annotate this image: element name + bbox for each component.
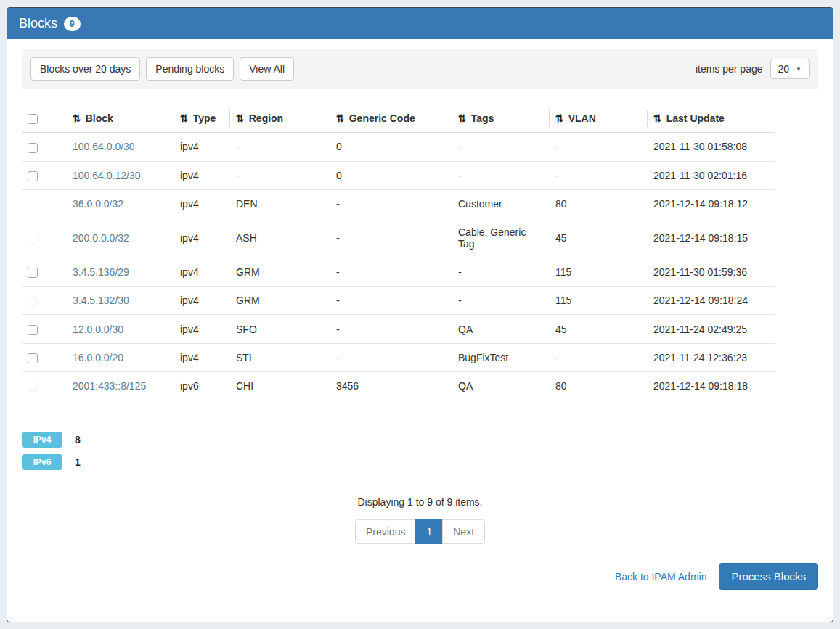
row-checkbox[interactable]	[28, 171, 38, 181]
cell-last-update: 2021-12-14 09:18:24	[648, 287, 775, 315]
block-link[interactable]: 12.0.0.0/30	[73, 324, 123, 335]
column-header-label: Tags	[471, 112, 494, 124]
block-link[interactable]: 200.0.0.0/32	[73, 232, 129, 244]
footer-actions: Back to IPAM Admin Process Blocks	[22, 563, 818, 590]
cell-last-update: 2021-11-30 01:59:36	[648, 258, 775, 286]
cell-block: 12.0.0.0/30	[67, 315, 174, 343]
cell-vlan: -	[550, 133, 648, 161]
cell-tags: -	[452, 287, 550, 315]
cell-generic-code: 3456	[330, 372, 452, 400]
ipv6-count: 1	[75, 456, 81, 468]
page: Blocks 9 Blocks over 20 days Pending blo…	[0, 0, 840, 629]
sort-icon: ⇅	[653, 112, 662, 124]
page-1-button[interactable]: 1	[415, 519, 443, 544]
table-row: 100.64.0.12/30 ipv4 - 0 - - 2021-11-30 0…	[22, 161, 775, 189]
row-checkbox[interactable]	[28, 143, 38, 153]
next-page-button[interactable]: Next	[442, 519, 485, 544]
chevron-down-icon: ▼	[796, 66, 802, 73]
cell-region: -	[230, 161, 330, 189]
table-row: 2001:433::8/125 ipv6 CHI 3456 QA 80 2021…	[22, 372, 775, 400]
column-header-region[interactable]: ⇅Region	[230, 104, 330, 133]
cell-select	[22, 372, 67, 400]
column-header-label: VLAN	[568, 112, 596, 124]
select-all-checkbox[interactable]	[28, 114, 38, 124]
blocks-panel: Blocks 9 Blocks over 20 days Pending blo…	[7, 7, 833, 622]
cell-vlan: 80	[550, 372, 648, 400]
cell-region: ASH	[230, 218, 330, 258]
row-checkbox[interactable]	[28, 325, 38, 335]
cell-block: 3.4.5.136/29	[67, 258, 174, 286]
row-checkbox	[28, 234, 38, 244]
column-header-block[interactable]: ⇅Block	[67, 104, 174, 133]
table-row: 36.0.0.0/32 ipv4 DEN - Customer 80 2021-…	[22, 189, 775, 218]
cell-region: GRM	[230, 258, 330, 286]
process-blocks-button[interactable]: Process Blocks	[719, 563, 818, 590]
column-header-type[interactable]: ⇅Type	[174, 104, 230, 133]
cell-generic-code: -	[330, 343, 452, 371]
cell-tags: Customer	[452, 189, 550, 218]
sort-icon: ⇅	[336, 112, 345, 124]
row-checkbox	[28, 382, 38, 392]
cell-vlan: -	[550, 343, 648, 371]
cell-last-update: 2021-11-24 02:49:25	[648, 315, 775, 343]
sort-icon: ⇅	[458, 112, 467, 124]
items-per-page-value: 20	[778, 63, 790, 75]
back-to-ipam-admin-link[interactable]: Back to IPAM Admin	[615, 571, 707, 583]
cell-block: 100.64.0.0/30	[67, 133, 174, 161]
cell-vlan: 80	[550, 189, 648, 218]
cell-last-update: 2021-11-24 12:36:23	[648, 343, 775, 371]
cell-select	[22, 161, 67, 189]
block-link[interactable]: 36.0.0.0/32	[73, 198, 123, 210]
cell-generic-code: -	[330, 315, 452, 343]
blocks-table: ⇅Block⇅Type⇅Region⇅Generic Code⇅Tags⇅VLA…	[22, 104, 775, 400]
panel-heading: Blocks 9	[7, 8, 833, 39]
cell-select	[22, 287, 67, 315]
table-row: 3.4.5.132/30 ipv4 GRM - - 115 2021-12-14…	[22, 287, 775, 315]
cell-select	[22, 315, 67, 343]
panel-body: Blocks over 20 days Pending blocks View …	[7, 39, 833, 600]
block-link[interactable]: 3.4.5.136/29	[73, 266, 129, 278]
pending-blocks-button[interactable]: Pending blocks	[146, 57, 234, 81]
cell-tags: -	[452, 133, 550, 161]
row-checkbox[interactable]	[28, 353, 38, 363]
filter-button-group: Blocks over 20 days Pending blocks View …	[30, 57, 294, 81]
pagination: Previous 1 Next	[355, 519, 485, 544]
block-link[interactable]: 3.4.5.132/30	[73, 295, 129, 306]
block-link[interactable]: 100.64.0.0/30	[73, 141, 135, 152]
ipv4-count: 8	[75, 434, 81, 445]
items-per-page: items per page 20 ▼	[696, 59, 810, 79]
table-row: 200.0.0.0/32 ipv4 ASH - Cable, Generic T…	[22, 218, 775, 258]
cell-tags: BugFixTest	[452, 343, 550, 371]
items-per-page-select[interactable]: 20 ▼	[770, 59, 810, 79]
cell-last-update: 2021-11-30 02:01:16	[648, 161, 775, 189]
block-link[interactable]: 100.64.0.12/30	[73, 170, 140, 181]
column-header-last-update[interactable]: ⇅Last Update	[648, 104, 775, 133]
cell-block: 16.0.0.0/20	[67, 343, 174, 371]
block-link[interactable]: 2001:433::8/125	[73, 380, 146, 392]
cell-region: CHI	[230, 372, 330, 400]
block-link[interactable]: 16.0.0.0/20	[73, 352, 123, 363]
cell-type: ipv4	[174, 189, 230, 218]
cell-type: ipv4	[174, 161, 230, 189]
view-all-button[interactable]: View All	[240, 57, 294, 81]
cell-type: ipv4	[174, 287, 230, 315]
column-header-generic-code[interactable]: ⇅Generic Code	[330, 104, 452, 133]
cell-tags: QA	[452, 372, 550, 400]
cell-generic-code: 0	[330, 161, 452, 189]
cell-generic-code: -	[330, 258, 452, 286]
cell-vlan: 115	[550, 287, 648, 315]
column-header-label: Last Update	[666, 112, 725, 124]
column-header-vlan[interactable]: ⇅VLAN	[550, 104, 648, 133]
cell-block: 36.0.0.0/32	[67, 189, 174, 218]
row-checkbox[interactable]	[28, 268, 38, 278]
previous-page-button[interactable]: Previous	[355, 519, 416, 544]
ipv6-summary-row: IPv6 1	[22, 454, 818, 470]
column-header-label: Region	[249, 112, 283, 124]
toolbar: Blocks over 20 days Pending blocks View …	[22, 49, 818, 89]
cell-region: DEN	[230, 189, 330, 218]
select-all-header	[22, 104, 67, 133]
column-header-tags[interactable]: ⇅Tags	[452, 104, 550, 133]
cell-type: ipv4	[174, 343, 230, 371]
table-row: 12.0.0.0/30 ipv4 SFO - QA 45 2021-11-24 …	[22, 315, 775, 343]
blocks-over-20-days-button[interactable]: Blocks over 20 days	[30, 57, 140, 81]
